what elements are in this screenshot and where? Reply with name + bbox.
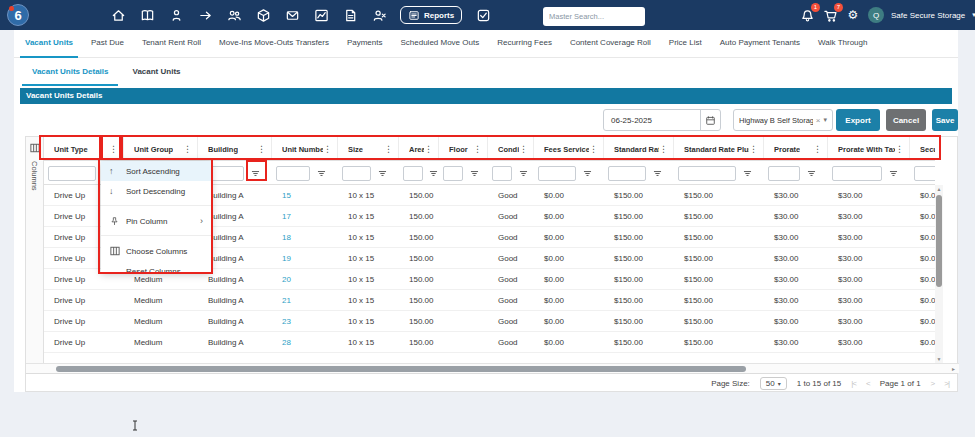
- cart-button[interactable]: 7: [822, 7, 838, 23]
- column-menu-icon[interactable]: ⋮: [813, 145, 822, 154]
- page-size-select[interactable]: 50 ▾: [760, 377, 787, 390]
- filter-icon-standard-rate-plus-tax[interactable]: [741, 167, 754, 180]
- filter-input-floor[interactable]: [443, 166, 463, 181]
- column-header-prorate[interactable]: Prorate⋮: [764, 137, 828, 161]
- column-header-building[interactable]: Building⋮: [198, 137, 272, 161]
- column-header-unit-type[interactable]: Unit Type⋮: [44, 137, 124, 161]
- first-page-icon[interactable]: |<: [851, 379, 856, 388]
- column-header-floor[interactable]: Floor⋮: [439, 137, 488, 161]
- team-icon[interactable]: [226, 7, 242, 23]
- last-page-icon[interactable]: >|: [944, 379, 949, 388]
- filter-input-unit-type[interactable]: [48, 166, 96, 181]
- arrow-right-icon[interactable]: [197, 7, 213, 23]
- tab-past-due[interactable]: Past Due: [82, 29, 133, 57]
- prev-page-icon[interactable]: <: [866, 379, 870, 388]
- unit-number-link[interactable]: 20: [272, 269, 338, 289]
- tab-auto-payment-tenants[interactable]: Auto Payment Tenants: [711, 29, 809, 57]
- column-menu-icon[interactable]: ⋮: [109, 145, 118, 154]
- tab-walk-through[interactable]: Walk Through: [809, 29, 876, 57]
- next-page-icon[interactable]: >: [931, 379, 935, 388]
- save-button[interactable]: Save: [932, 109, 958, 131]
- column-header-condi[interactable]: Condi...⋮: [488, 137, 534, 161]
- column-header-unit-group[interactable]: Unit Group⋮: [124, 137, 198, 161]
- chart-icon[interactable]: [313, 7, 329, 23]
- app-logo[interactable]: 6: [7, 4, 29, 26]
- menu-item-sort-ascending[interactable]: ↑Sort Ascending: [101, 161, 211, 181]
- filter-input-prorate[interactable]: [768, 166, 800, 181]
- user-remove-icon[interactable]: [371, 7, 387, 23]
- columns-panel-tab[interactable]: Columns: [26, 137, 44, 373]
- master-search-input[interactable]: [543, 7, 645, 26]
- member-icon[interactable]: [168, 7, 184, 23]
- column-menu-icon[interactable]: ⋮: [323, 145, 332, 154]
- tab-price-list[interactable]: Price List: [660, 29, 711, 57]
- column-menu-icon[interactable]: ⋮: [749, 145, 758, 154]
- settings-button[interactable]: ⚙: [845, 7, 861, 23]
- column-menu-icon[interactable]: ⋮: [659, 145, 668, 154]
- tab-scheduled-move-outs[interactable]: Scheduled Move Outs: [391, 29, 488, 57]
- column-menu-icon[interactable]: ⋮: [183, 145, 192, 154]
- scroll-down-icon[interactable]: ▼: [935, 356, 943, 362]
- subtab-vacant-units-details[interactable]: Vacant Units Details: [20, 60, 120, 86]
- account-menu[interactable]: Safe Secure Storage: [891, 11, 965, 20]
- filter-icon-prorate[interactable]: [805, 167, 818, 180]
- export-button[interactable]: Export: [836, 109, 880, 131]
- menu-item-reset-columns[interactable]: Reset Columns: [101, 261, 211, 281]
- column-header-area[interactable]: Area⋮: [399, 137, 439, 161]
- document-icon[interactable]: [342, 7, 358, 23]
- filter-input-standard-rate-plus-tax[interactable]: [678, 166, 736, 181]
- report-date-field[interactable]: 06-25-2025: [603, 109, 721, 131]
- filter-icon-size[interactable]: [376, 167, 389, 180]
- tab-payments[interactable]: Payments: [338, 29, 392, 57]
- horizontal-scrollbar[interactable]: ▸: [26, 363, 959, 373]
- mail-icon[interactable]: [284, 7, 300, 23]
- subtab-vacant-units[interactable]: Vacant Units: [120, 60, 192, 86]
- vertical-scrollbar[interactable]: ▲ ▼: [935, 185, 943, 363]
- column-menu-icon[interactable]: ⋮: [424, 145, 433, 154]
- filter-input-unit-number[interactable]: [276, 166, 310, 181]
- clear-facility-icon[interactable]: ×: [816, 116, 821, 125]
- column-header-secu[interactable]: Secu...⋮: [910, 137, 935, 161]
- tab-move-ins-move-outs-transfers[interactable]: Move-Ins Move-Outs Transfers: [210, 29, 338, 57]
- scroll-up-icon[interactable]: ▲: [935, 186, 943, 192]
- column-menu-icon[interactable]: ⋮: [384, 145, 393, 154]
- facility-select[interactable]: Highway B Self Storage × ▾: [733, 109, 833, 131]
- cancel-button[interactable]: Cancel: [886, 109, 926, 131]
- tab-recurring-fees[interactable]: Recurring Fees: [488, 29, 561, 57]
- filter-input-condi[interactable]: [492, 166, 512, 181]
- column-menu-icon[interactable]: ⋮: [519, 145, 528, 154]
- home-icon[interactable]: [110, 7, 126, 23]
- menu-item-choose-columns[interactable]: Choose Columns: [101, 241, 211, 261]
- tasks-icon[interactable]: [475, 7, 491, 23]
- column-header-standard-rate[interactable]: Standard Rate⋮: [604, 137, 674, 161]
- unit-number-link[interactable]: 18: [272, 227, 338, 247]
- filter-input-size[interactable]: [342, 166, 371, 181]
- column-header-size[interactable]: Size⋮: [338, 137, 399, 161]
- column-menu-icon[interactable]: ⋮: [257, 145, 266, 154]
- unit-number-link[interactable]: 21: [272, 290, 338, 310]
- horizontal-scroll-thumb[interactable]: [56, 366, 746, 372]
- menu-item-pin-column[interactable]: Pin Column›: [101, 211, 211, 231]
- filter-input-standard-rate[interactable]: [608, 166, 646, 181]
- unit-number-link[interactable]: 23: [272, 311, 338, 331]
- unit-number-link[interactable]: 17: [272, 206, 338, 226]
- filter-input-prorate-with-tax[interactable]: [832, 166, 882, 181]
- filter-icon-fees-services[interactable]: [581, 167, 594, 180]
- column-header-prorate-with-tax[interactable]: Prorate With Tax⋮: [828, 137, 910, 161]
- filter-icon-floor[interactable]: [468, 167, 481, 180]
- filter-input-area[interactable]: [403, 166, 423, 181]
- tab-vacant-units[interactable]: Vacant Units: [16, 29, 82, 57]
- scroll-right-icon[interactable]: ▸: [952, 365, 955, 372]
- nav-reports-button[interactable]: Reports: [400, 6, 462, 24]
- tab-tenant-rent-roll[interactable]: Tenant Rent Roll: [133, 29, 210, 57]
- column-menu-icon[interactable]: ⋮: [473, 145, 482, 154]
- calendar-icon[interactable]: [700, 110, 720, 130]
- tab-content-coverage-roll[interactable]: Content Coverage Roll: [561, 29, 660, 57]
- avatar[interactable]: Q: [868, 7, 884, 23]
- filter-input-secu[interactable]: [914, 166, 935, 181]
- column-menu-icon[interactable]: ⋮: [895, 145, 904, 154]
- menu-item-sort-descending[interactable]: ↓Sort Descending: [101, 181, 211, 201]
- column-header-fees-services[interactable]: Fees Services⋮: [534, 137, 604, 161]
- filter-icon-prorate-with-tax[interactable]: [887, 167, 900, 180]
- filter-icon-area[interactable]: [428, 167, 439, 180]
